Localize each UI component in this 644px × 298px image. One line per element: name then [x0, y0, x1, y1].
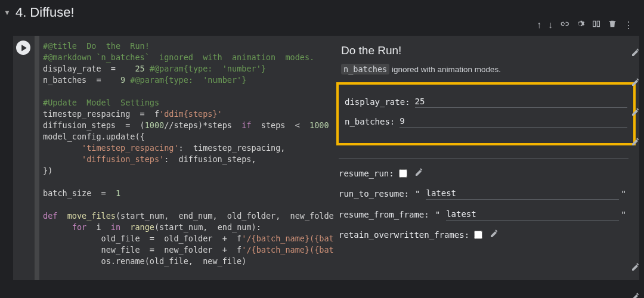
play-icon [21, 45, 27, 51]
code-line: #@markdown --- [43, 279, 116, 280]
pencil-icon[interactable] [631, 137, 640, 149]
quote: " [415, 189, 420, 198]
resume-run-checkbox[interactable] [399, 169, 407, 178]
param-n-batches: n_batches: [345, 115, 627, 128]
run-to-resume-input[interactable] [426, 187, 618, 200]
param-label: resume_from_frame: [339, 210, 429, 219]
resume-from-frame-input[interactable] [446, 208, 618, 221]
link-icon[interactable] [559, 19, 569, 31]
code-line: #@title Do the Run! [43, 41, 150, 51]
param-resume-from-frame: resume_from_frame: " " [339, 208, 628, 221]
code-line: timestep_respacing = f [43, 109, 159, 119]
quote: " [435, 210, 440, 219]
cell-left-strip [35, 36, 39, 280]
code-line: #@markdown `n_batches` ignored with anim… [43, 52, 314, 62]
code-line: display_rate = [43, 64, 135, 73]
param-retain-frames: retain_overwritten_frames: [339, 229, 628, 240]
cell-toolbar: ↑ ↓ ⋮ [537, 19, 633, 31]
code-line: n_batches = [43, 75, 120, 85]
code-line: diffusion_steps = ( [43, 120, 145, 130]
form-markdown: n_batches ignored with animation modes. [341, 64, 628, 74]
pencil-icon[interactable] [490, 229, 499, 240]
collapse-triangle-icon[interactable]: ▼ [4, 8, 11, 17]
pencil-icon[interactable] [414, 167, 424, 179]
cell-gutter [13, 36, 33, 280]
run-cell-button[interactable] [16, 41, 30, 55]
code-line: }) [43, 166, 52, 175]
form-title: Do the Run! [341, 44, 628, 57]
section-title: 4. Diffuse! [16, 5, 75, 20]
code-line: def [43, 211, 57, 221]
trash-icon[interactable] [608, 19, 617, 31]
quote: " [621, 189, 626, 198]
pencil-icon[interactable] [631, 48, 640, 60]
param-display-rate: display_rate: [345, 95, 627, 108]
code-line: batch_size = [43, 188, 116, 198]
code-line: #Update Model Settings [43, 98, 159, 107]
more-icon[interactable]: ⋮ [624, 20, 633, 31]
param-label: display_rate: [345, 97, 410, 107]
param-label: retain_overwritten_frames: [339, 230, 469, 240]
divider [339, 159, 628, 159]
pencil-icon[interactable] [631, 107, 640, 119]
move-down-icon[interactable]: ↓ [548, 20, 553, 30]
display-rate-input[interactable] [415, 95, 627, 108]
form-edit-column [631, 48, 640, 298]
param-resume-run: resume_run: [339, 167, 628, 179]
code-line: model_config.update({ [43, 132, 145, 141]
retain-frames-checkbox[interactable] [474, 231, 482, 239]
param-label: run_to_resume: [339, 189, 409, 198]
form-panel: Do the Run! n_batches ignored with anima… [334, 36, 639, 280]
mirror-icon[interactable] [592, 19, 601, 31]
highlighted-params: display_rate: n_batches: [336, 82, 636, 145]
move-up-icon[interactable]: ↑ [537, 20, 541, 30]
n-batches-input[interactable] [400, 115, 627, 128]
param-label: resume_run: [339, 169, 394, 178]
pencil-icon[interactable] [631, 77, 640, 89]
pencil-icon[interactable] [631, 292, 640, 298]
param-run-to-resume: run_to_resume: " " [339, 187, 628, 200]
code-inline: n_batches [341, 64, 389, 74]
code-editor[interactable]: #@title Do the Run! #@markdown `n_batche… [39, 36, 334, 280]
param-label: n_batches: [345, 117, 395, 126]
quote: " [621, 210, 626, 219]
gear-icon[interactable] [575, 19, 585, 31]
pencil-icon[interactable] [631, 262, 640, 274]
code-cell: ↑ ↓ ⋮ #@title Do the Run! #@markdown `n_… [13, 36, 639, 280]
